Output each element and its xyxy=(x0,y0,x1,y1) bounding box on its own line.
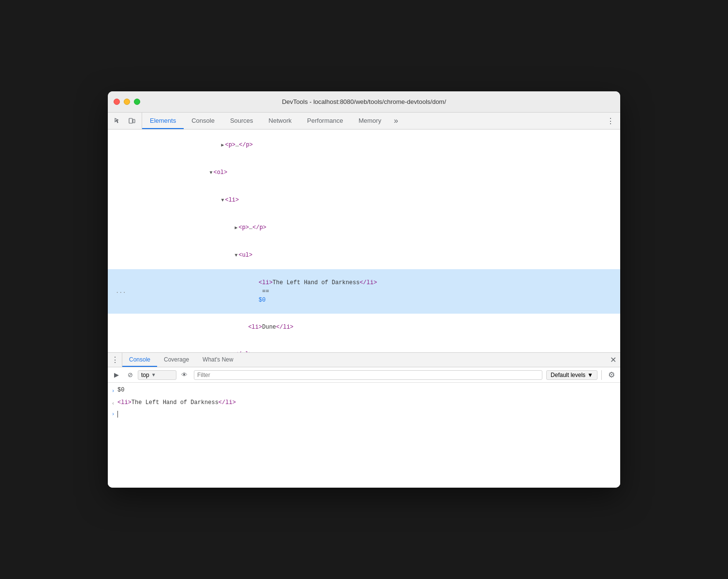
tab-sources[interactable]: Sources xyxy=(222,113,261,129)
tab-memory[interactable]: Memory xyxy=(351,113,389,129)
console-expression: $0 xyxy=(117,386,124,394)
svg-rect-0 xyxy=(129,118,132,123)
window-title: DevTools - localhost:8080/web/tools/chro… xyxy=(282,98,446,105)
devtools-container: Elements Console Sources Network Perform… xyxy=(108,113,620,488)
drawer-tab-coverage[interactable]: Coverage xyxy=(157,353,196,367)
console-line-output: ‹ <li>The Left Hand of Darkness</li> xyxy=(108,397,620,410)
device-toolbar-icon[interactable] xyxy=(126,115,138,127)
toolbar-end: ⋮ xyxy=(601,113,620,129)
dom-line[interactable]: ▼<li> xyxy=(108,187,620,214)
dom-line[interactable]: <li>Dune</li> xyxy=(108,314,620,341)
dom-line[interactable]: ▼<ol> xyxy=(108,159,620,187)
expand-arrow[interactable]: ▼ xyxy=(209,169,212,177)
expand-arrow[interactable]: ▼ xyxy=(221,196,224,205)
maximize-button[interactable] xyxy=(134,99,140,105)
input-arrow: › xyxy=(112,387,115,396)
drawer-menu-button[interactable]: ⋮ xyxy=(108,353,122,367)
default-levels-button[interactable]: Default levels ▼ xyxy=(546,370,597,380)
context-selector[interactable]: top ▼ xyxy=(138,370,176,380)
close-button[interactable] xyxy=(114,99,120,105)
settings-icon[interactable]: ⚙ xyxy=(606,369,617,381)
drawer-tabs-bar: ⋮ Console Coverage What's New ✕ xyxy=(108,353,620,367)
dom-line-highlighted[interactable]: ... <li>The Left Hand of Darkness</li> =… xyxy=(108,269,620,314)
console-toolbar: ▶ ⊘ top ▼ 👁 Default levels ▼ ⚙ xyxy=(108,367,620,383)
expand-arrow[interactable]: ▶ xyxy=(221,141,224,150)
output-arrow: ‹ xyxy=(112,400,115,408)
execute-context-icon[interactable]: ▶ xyxy=(111,369,122,381)
dom-line[interactable]: </ul> xyxy=(108,341,620,352)
console-result: <li>The Left Hand of Darkness</li> xyxy=(117,398,236,407)
console-prompt: › xyxy=(112,412,115,417)
dom-line[interactable]: ▼<ul> xyxy=(108,242,620,269)
more-tabs-button[interactable]: » xyxy=(389,113,403,129)
block-icon[interactable]: ⊘ xyxy=(124,369,136,381)
divider xyxy=(601,370,602,380)
top-toolbar: Elements Console Sources Network Perform… xyxy=(108,113,620,130)
drawer-tab-console[interactable]: Console xyxy=(122,353,157,367)
dom-tree: ▶<p>…</p> ▼<ol> ▼<li> xyxy=(108,130,620,352)
dropdown-arrow: ▼ xyxy=(151,372,156,377)
elements-panel: ▶<p>…</p> ▼<ol> ▼<li> xyxy=(108,130,620,352)
traffic-lights xyxy=(114,99,140,105)
dom-line[interactable]: ▶<p>…</p> xyxy=(108,131,620,159)
console-line-input: › $0 xyxy=(108,385,620,397)
console-input-line[interactable]: › xyxy=(108,410,620,419)
drawer-tab-whats-new[interactable]: What's New xyxy=(196,353,240,367)
title-bar: DevTools - localhost:8080/web/tools/chro… xyxy=(108,91,620,113)
console-filter-input[interactable] xyxy=(194,370,542,380)
tab-elements[interactable]: Elements xyxy=(142,113,184,129)
minimize-button[interactable] xyxy=(124,99,130,105)
devtools-window: DevTools - localhost:8080/web/tools/chro… xyxy=(108,91,620,488)
console-output: › $0 ‹ <li>The Left Hand of Darkness</li… xyxy=(108,383,620,488)
toolbar-icons xyxy=(108,113,142,129)
dom-line[interactable]: ▶<p>…</p> xyxy=(108,214,620,242)
eye-icon[interactable]: 👁 xyxy=(178,369,190,381)
svg-rect-1 xyxy=(133,119,135,123)
tab-network[interactable]: Network xyxy=(261,113,300,129)
console-cursor xyxy=(117,411,118,418)
tab-performance[interactable]: Performance xyxy=(299,113,350,129)
console-drawer: ⋮ Console Coverage What's New ✕ ▶ ⊘ xyxy=(108,352,620,488)
drawer-close-button[interactable]: ✕ xyxy=(606,353,620,367)
devtools-menu-button[interactable]: ⋮ xyxy=(605,115,616,127)
expand-arrow[interactable]: ▶ xyxy=(234,224,237,232)
inspect-icon[interactable] xyxy=(112,115,123,127)
expand-arrow[interactable]: ▼ xyxy=(234,251,237,260)
tabs-list: Elements Console Sources Network Perform… xyxy=(142,113,601,129)
tab-console[interactable]: Console xyxy=(184,113,222,129)
